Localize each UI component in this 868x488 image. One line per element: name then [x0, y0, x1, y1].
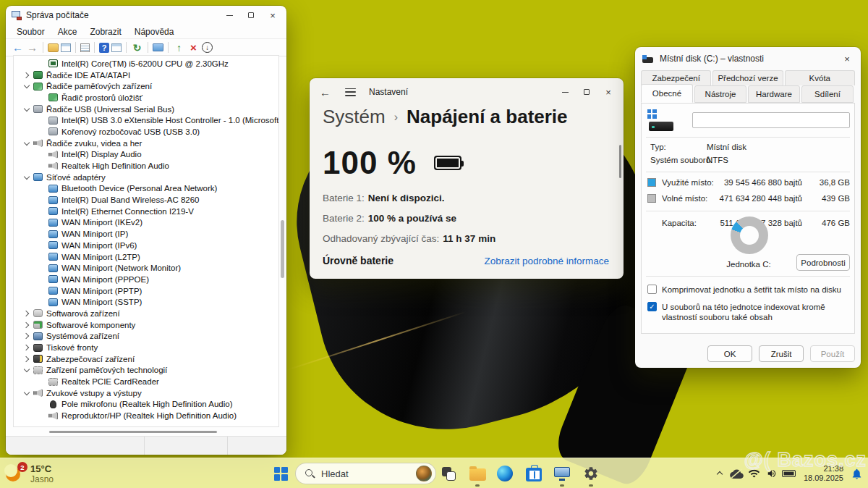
- list-icon[interactable]: [80, 43, 90, 52]
- close-button[interactable]: ×: [836, 47, 858, 70]
- edge-button[interactable]: [495, 463, 515, 484]
- tab-zabezpeceni[interactable]: Zabezpečení: [641, 70, 711, 85]
- breadcrumb-root[interactable]: Systém: [323, 106, 386, 128]
- cm-vertical-scrollbar[interactable]: [281, 220, 284, 278]
- tree-item[interactable]: Řadič prostorů úložišť: [14, 92, 278, 104]
- detailed-info-link[interactable]: Zobrazit podrobné informace: [484, 256, 609, 266]
- monitor-icon[interactable]: [153, 43, 163, 51]
- collapse-chevron-icon[interactable]: [22, 366, 31, 374]
- menu-napoveda[interactable]: Nápověda: [128, 27, 181, 37]
- tree-item[interactable]: WAN Miniport (IPv6): [14, 240, 278, 251]
- tab-nastroje[interactable]: Nástroje: [694, 85, 746, 103]
- tree-item[interactable]: WAN Miniport (L2TP): [14, 251, 278, 263]
- computer-management-taskbar-button[interactable]: [552, 463, 572, 484]
- expand-chevron-icon[interactable]: [22, 71, 31, 80]
- cm-horizontal-scrollbar-thumb[interactable]: [49, 431, 217, 433]
- minimize-button[interactable]: [218, 6, 240, 25]
- tree-item[interactable]: Tiskové fronty: [14, 342, 278, 353]
- maximize-button[interactable]: [240, 6, 262, 25]
- tab-obecne[interactable]: Obecné: [641, 84, 693, 103]
- close-button[interactable]: ×: [597, 78, 619, 106]
- tab-hardware[interactable]: Hardware: [748, 85, 800, 103]
- collapse-chevron-icon[interactable]: [22, 82, 31, 91]
- expand-chevron-icon[interactable]: [22, 332, 31, 340]
- tree-item[interactable]: Řadiče USB (Universal Serial Bus): [14, 104, 278, 115]
- tree-item[interactable]: WAN Miniport (SSTP): [14, 296, 278, 308]
- console-icon[interactable]: [111, 43, 122, 52]
- hamburger-menu-icon[interactable]: [345, 88, 356, 96]
- expand-chevron-icon[interactable]: [22, 321, 31, 329]
- tree-item[interactable]: WAN Miniport (PPTP): [14, 285, 278, 297]
- tree-item[interactable]: Pole mikrofonu (Realtek High Definition …: [14, 399, 278, 411]
- tab-kvota[interactable]: Kvóta: [785, 70, 855, 85]
- tree-item[interactable]: Intel(R) Dual Band Wireless-AC 8260: [14, 194, 278, 206]
- settings-titlebar[interactable]: ← Nastavení ×: [310, 78, 624, 106]
- tree-item[interactable]: WAN Miniport (Network Monitor): [14, 262, 278, 274]
- tree-item[interactable]: Řadiče IDE ATA/ATAPI: [14, 70, 278, 81]
- task-view-button[interactable]: [438, 463, 459, 484]
- settings-taskbar-button[interactable]: [581, 463, 601, 484]
- tree-item[interactable]: Kořenový rozbočovač USB (USB 3.0): [14, 126, 278, 138]
- onedrive-paused-tray-button[interactable]: [728, 465, 746, 482]
- tree-item[interactable]: Zařízení paměťových technologií: [14, 365, 278, 376]
- tab-predchoziverze[interactable]: Předchozí verze: [712, 70, 783, 85]
- expand-chevron-icon[interactable]: [22, 343, 31, 352]
- tree-item[interactable]: Reproduktor/HP (Realtek High Definition …: [14, 410, 278, 421]
- tree-item[interactable]: Řadiče paměťových zařízení: [14, 80, 278, 92]
- menu-akce[interactable]: Akce: [51, 27, 84, 37]
- close-button[interactable]: ×: [262, 6, 284, 25]
- tree-item[interactable]: Zvukové vstupy a výstupy: [14, 387, 278, 399]
- tree-item[interactable]: Intel(R) Ethernet Connection I219-V: [14, 206, 278, 217]
- expand-chevron-icon[interactable]: [22, 309, 31, 318]
- volume-label-input[interactable]: [692, 112, 850, 128]
- collapse-chevron-icon[interactable]: [22, 139, 31, 148]
- start-button[interactable]: [271, 463, 291, 484]
- tree-item[interactable]: Síťové adaptéry: [14, 172, 278, 183]
- tree-item[interactable]: Realtek PCIE CardReader: [14, 376, 278, 387]
- tab-sdileni[interactable]: Sdílení: [801, 85, 854, 103]
- tree-item[interactable]: WAN Miniport (IKEv2): [14, 217, 278, 229]
- forward-icon[interactable]: →: [26, 41, 38, 54]
- tree-item[interactable]: WAN Miniport (PPPOE): [14, 274, 278, 285]
- tree-item[interactable]: Softwarové komponenty: [14, 319, 278, 331]
- compress-checkbox[interactable]: [647, 285, 657, 294]
- tree-item[interactable]: Řadiče zvuku, videa a her: [14, 138, 278, 149]
- folder-icon[interactable]: [48, 43, 59, 52]
- tree-item[interactable]: Systémová zařízení: [14, 331, 278, 342]
- maximize-button[interactable]: [576, 78, 597, 106]
- tree-item[interactable]: Realtek High Definition Audio: [14, 160, 278, 172]
- tree-item[interactable]: Intel(R) Core(TM) i5-6200U CPU @ 2.30GHz: [14, 58, 278, 70]
- settings-scrollbar[interactable]: [619, 145, 621, 178]
- tree-item[interactable]: Bluetooth Device (Personal Area Network): [14, 183, 278, 195]
- tree-item[interactable]: Intel(R) USB 3.0 eXtensible Host Control…: [14, 114, 278, 126]
- tree-item[interactable]: Intel(R) Display Audio: [14, 149, 278, 161]
- search-box[interactable]: Hledat: [295, 463, 436, 484]
- help-icon[interactable]: ?: [99, 43, 109, 53]
- menu-soubor[interactable]: Soubor: [10, 27, 51, 37]
- back-arrow-icon[interactable]: ←: [320, 86, 331, 98]
- collapse-chevron-icon[interactable]: [22, 105, 31, 114]
- minimize-button[interactable]: [554, 78, 576, 106]
- tree-item[interactable]: Softwarová zařízení: [14, 308, 278, 319]
- menu-zobrazit[interactable]: Zobrazit: [83, 27, 127, 37]
- collapse-chevron-icon[interactable]: [22, 389, 31, 397]
- cancel-button[interactable]: Zrušit: [759, 345, 804, 362]
- down-icon[interactable]: ↓: [202, 42, 213, 53]
- cm-titlebar[interactable]: Správa počítače ×: [6, 6, 286, 25]
- expand-chevron-icon[interactable]: [22, 355, 31, 363]
- apply-button[interactable]: Použít: [810, 345, 855, 362]
- window-icon[interactable]: [61, 43, 71, 52]
- update-icon[interactable]: ↻: [131, 41, 143, 54]
- tree-item[interactable]: Zabezpečovací zařízení: [14, 353, 278, 365]
- tray-expand-button[interactable]: [711, 465, 728, 482]
- ok-button[interactable]: OK: [707, 345, 752, 362]
- disk-titlebar[interactable]: Místní disk (C:) – vlastnosti ×: [635, 47, 861, 70]
- scan-icon[interactable]: ↑: [173, 41, 185, 54]
- microsoft-store-button[interactable]: [524, 463, 544, 484]
- index-checkbox[interactable]: ✓: [647, 302, 657, 311]
- file-explorer-button[interactable]: [467, 463, 488, 484]
- delete-icon[interactable]: ×: [187, 41, 200, 54]
- collapse-chevron-icon[interactable]: [22, 173, 31, 182]
- details-button[interactable]: Podrobnosti: [796, 254, 850, 271]
- back-icon[interactable]: ←: [12, 41, 24, 54]
